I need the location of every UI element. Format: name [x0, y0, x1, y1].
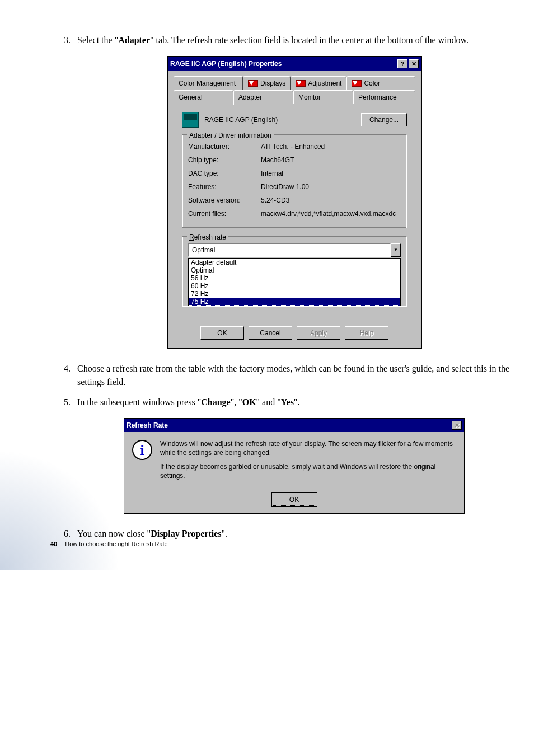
- properties-dialog: RAGE IIC AGP (English) Properties ? ✕ Co…: [167, 56, 422, 349]
- ok-button[interactable]: OK: [200, 326, 244, 340]
- manufacturer-value: ATI Tech. - Enhanced: [261, 142, 401, 152]
- refresh-rate-group: Refresh rate Optimal ▼ Adapter default O…: [182, 236, 407, 307]
- ati-icon: [248, 80, 258, 87]
- tab-adjustment[interactable]: Adjustment: [291, 76, 346, 90]
- help-button[interactable]: ?: [397, 59, 407, 68]
- dac-type-label: DAC type:: [188, 168, 261, 179]
- titlebar: RAGE IIC AGP (English) Properties ? ✕: [168, 57, 421, 71]
- ati-icon: [352, 80, 362, 87]
- apply-button[interactable]: Apply: [297, 326, 340, 340]
- page-number: 40: [50, 541, 57, 547]
- adapter-name-label: RAGE IIC AGP (English): [204, 115, 361, 125]
- option-75hz[interactable]: 75 Hz: [189, 298, 400, 306]
- step-5: In the subsequent windows press "Change"…: [73, 396, 512, 514]
- tab-displays[interactable]: Displays: [243, 76, 291, 90]
- refresh-rate-msgbox: Refresh Rate ✕ i Windows will now adjust…: [124, 418, 465, 514]
- refresh-rate-value: Optimal: [188, 243, 391, 257]
- change-button[interactable]: Change...: [361, 113, 407, 126]
- step-4: Choose a refresh rate from the table wit…: [73, 362, 512, 389]
- footer-text: How to choose the right Refresh Rate: [65, 541, 167, 547]
- option-optimal[interactable]: Optimal: [189, 266, 400, 274]
- chip-type-value: Mach64GT: [261, 155, 401, 165]
- help-button[interactable]: Help: [345, 326, 388, 340]
- dialog-title: RAGE IIC AGP (English) Properties: [170, 59, 282, 69]
- tab-color-management[interactable]: Color Management: [174, 76, 243, 90]
- features-value: DirectDraw 1.00: [261, 182, 401, 192]
- msgbox-title: Refresh Rate: [127, 420, 168, 430]
- dropdown-arrow-icon[interactable]: ▼: [391, 243, 401, 257]
- option-72hz[interactable]: 72 Hz: [189, 290, 400, 298]
- step-3: Select the "Adapter" tab. The refresh ra…: [73, 34, 512, 349]
- cancel-button[interactable]: Cancel: [249, 326, 292, 340]
- msgbox-text: Windows will now adjust the refresh rate…: [160, 440, 456, 486]
- option-adapter-default[interactable]: Adapter default: [189, 259, 400, 266]
- tab-performance[interactable]: Performance: [353, 90, 415, 104]
- current-files-label: Current files:: [188, 209, 261, 219]
- msgbox-ok-button[interactable]: OK: [273, 494, 316, 506]
- chip-type-label: Chip type:: [188, 155, 261, 165]
- driver-info-legend: Adapter / Driver information: [187, 130, 274, 140]
- software-version-value: 5.24-CD3: [261, 195, 401, 205]
- msgbox-titlebar: Refresh Rate ✕: [124, 419, 464, 432]
- page-footer: 40How to choose the right Refresh Rate: [50, 541, 168, 547]
- tab-strip: Color Management Displays Adjustment Col…: [174, 76, 415, 104]
- manufacturer-label: Manufacturer:: [188, 142, 261, 152]
- msgbox-close-button[interactable]: ✕: [452, 421, 462, 430]
- tab-general[interactable]: General: [174, 90, 233, 104]
- option-60hz[interactable]: 60 Hz: [189, 282, 400, 290]
- option-56hz[interactable]: 56 Hz: [189, 274, 400, 282]
- refresh-rate-legend: Refresh rate: [187, 232, 228, 242]
- adapter-card-icon: [182, 112, 199, 128]
- refresh-rate-options: Adapter default Optimal 56 Hz 60 Hz 72 H…: [188, 258, 401, 306]
- adapter-tab-panel: RAGE IIC AGP (English) Change... Adapter…: [174, 104, 415, 317]
- ati-icon: [296, 80, 306, 87]
- close-button[interactable]: ✕: [409, 59, 419, 68]
- features-label: Features:: [188, 182, 261, 192]
- driver-info-group: Adapter / Driver information Manufacture…: [182, 134, 407, 228]
- refresh-rate-select[interactable]: Optimal ▼: [188, 243, 401, 257]
- tab-adapter[interactable]: Adapter: [233, 90, 293, 105]
- dac-type-value: Internal: [261, 168, 401, 179]
- dialog-button-row: OK Cancel Apply Help: [174, 323, 415, 340]
- step-6: You can now close "Display Properties".: [73, 527, 512, 541]
- current-files-value: macxw4.drv,*vdd,*vflatd,macxw4.vxd,macxd…: [261, 209, 401, 219]
- tab-color[interactable]: Color: [346, 76, 415, 90]
- tab-monitor[interactable]: Monitor: [293, 90, 353, 104]
- software-version-label: Software version:: [188, 195, 261, 205]
- info-icon: i: [132, 440, 152, 460]
